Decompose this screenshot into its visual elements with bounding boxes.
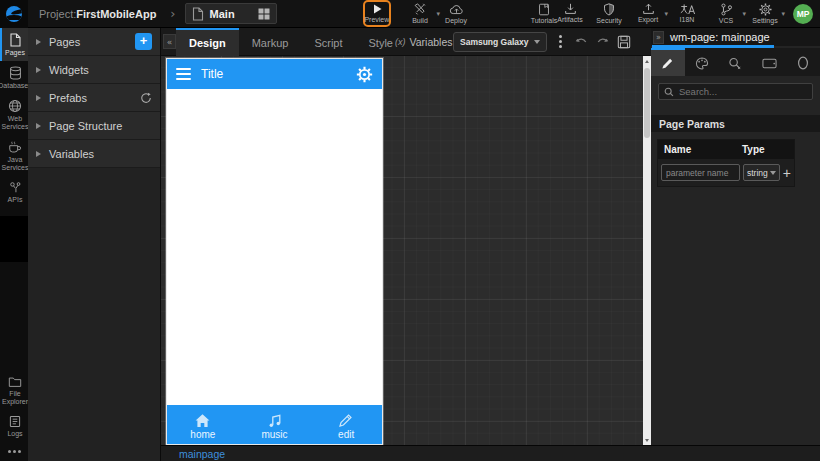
tab-search-expressions[interactable]: [719, 48, 753, 76]
rail-item-java-services[interactable]: Java Services: [0, 135, 28, 176]
redo-button[interactable]: [595, 35, 610, 49]
user-avatar[interactable]: MP: [793, 4, 813, 24]
refresh-icon[interactable]: [140, 92, 152, 104]
tab-script[interactable]: Script: [301, 28, 355, 56]
column-name-label: Name: [658, 144, 742, 155]
phone-page-title[interactable]: Title: [201, 67, 346, 81]
section-widgets-label: Widgets: [49, 64, 152, 76]
preview-button[interactable]: Preview: [363, 0, 391, 27]
export-caret-icon: ▾: [664, 10, 668, 18]
open-page-tab-mainpage[interactable]: mainpage: [161, 448, 243, 460]
rail-more-button[interactable]: [0, 442, 28, 459]
artifacts-button[interactable]: Artifacts: [557, 1, 583, 27]
wavemaker-logo[interactable]: [0, 0, 28, 28]
more-dots-icon: [8, 450, 11, 453]
rail-file-explorer-label: File Explorer: [2, 390, 28, 406]
artifacts-label: Artifacts: [557, 16, 582, 24]
security-button[interactable]: Security: [596, 1, 622, 27]
vcs-button[interactable]: VCS ▾: [713, 1, 739, 27]
phone-settings-gear-icon[interactable]: [356, 66, 373, 83]
topbar-right-actions: Artifacts Security Export ▾: [557, 1, 820, 27]
build-button[interactable]: Build ▾: [407, 1, 433, 27]
phone-tab-edit[interactable]: edit: [310, 410, 382, 440]
undo-button[interactable]: [574, 35, 589, 49]
page-params-table-header: Name Type: [658, 140, 794, 159]
export-label: Export: [638, 16, 658, 24]
tab-design[interactable]: Design: [176, 28, 239, 56]
phone-tabbar[interactable]: home music edit: [167, 405, 382, 444]
add-parameter-button[interactable]: +: [783, 166, 791, 180]
section-widgets[interactable]: Widgets: [28, 56, 160, 84]
rail-item-pages[interactable]: Pages: [0, 28, 28, 61]
device-selector[interactable]: Samsung Galaxy Note III: [453, 32, 547, 52]
add-page-button[interactable]: +: [135, 33, 152, 50]
tab-device[interactable]: [752, 48, 786, 76]
tab-properties[interactable]: [651, 48, 685, 76]
rail-web-services-label: Web Services: [2, 115, 29, 131]
i18n-button[interactable]: I18N: [674, 1, 700, 27]
vcs-label: VCS: [719, 17, 733, 25]
hamburger-menu-icon[interactable]: [176, 68, 191, 81]
export-button[interactable]: Export ▾: [635, 1, 661, 27]
phone-page-content[interactable]: [167, 89, 382, 405]
rail-item-file-explorer[interactable]: File Explorer: [0, 371, 28, 410]
rail-apis-label: APIs: [8, 196, 23, 204]
project-prefix-label: Project:: [39, 8, 76, 20]
parameter-name-input[interactable]: [661, 164, 740, 181]
caret-right-icon: [36, 95, 41, 101]
search-input[interactable]: [679, 86, 807, 97]
tutorials-button[interactable]: Tutorials: [531, 1, 557, 27]
expand-panel-button[interactable]: »: [653, 31, 664, 44]
left-rail: Pages Databases Web Services: [0, 28, 28, 461]
section-pages[interactable]: Pages +: [28, 28, 160, 56]
rail-item-web-services[interactable]: Web Services: [0, 94, 28, 135]
section-page-structure[interactable]: Page Structure: [28, 112, 160, 140]
canvas-more-button[interactable]: [555, 31, 566, 52]
save-button[interactable]: [617, 35, 631, 49]
phone-tab-music[interactable]: music: [239, 410, 311, 440]
open-pages-bar: mainpage: [161, 445, 820, 461]
parameter-type-select[interactable]: string: [743, 164, 780, 181]
rail-java-services-label: Java Services: [2, 156, 29, 172]
phone-tab-home-label: home: [190, 429, 215, 440]
tab-outline[interactable]: [786, 48, 820, 76]
deploy-button[interactable]: Deploy: [443, 1, 469, 27]
caret-right-icon: [36, 39, 41, 45]
section-variables[interactable]: Variables: [28, 140, 160, 168]
rail-item-apis[interactable]: APIs: [0, 176, 28, 208]
tab-markup[interactable]: Markup: [239, 28, 302, 56]
kebab-dot: [559, 40, 562, 43]
export-upload-icon: [642, 3, 655, 15]
phone-mockup[interactable]: Title home: [166, 58, 383, 445]
phone-header-bar[interactable]: Title: [167, 59, 382, 89]
page-params-header: Page Params: [651, 115, 820, 132]
magnifier-x-icon: [728, 57, 742, 70]
wavemaker-logo-icon: [6, 6, 22, 22]
music-icon: [267, 413, 283, 428]
rail-logs-label: Logs: [7, 430, 22, 438]
play-icon: [371, 3, 383, 15]
settings-button[interactable]: Settings ▾: [752, 1, 778, 27]
tab-styles[interactable]: [685, 48, 719, 76]
kebab-dot: [559, 45, 562, 48]
rail-item-databases[interactable]: Databases: [0, 61, 28, 94]
properties-search[interactable]: [658, 83, 813, 100]
scroll-down-arrow[interactable]: [643, 435, 651, 445]
caret-right-icon: [36, 151, 41, 157]
tutorials-book-icon: [538, 3, 550, 16]
parameter-type-value: string: [747, 168, 768, 178]
web-services-globe-icon: [8, 99, 22, 113]
grid-icon[interactable]: [258, 8, 270, 20]
preview-label: Preview: [364, 16, 389, 24]
scrollbar-thumb[interactable]: [644, 68, 650, 138]
phone-tab-home[interactable]: home: [167, 410, 239, 440]
palette-icon: [695, 57, 709, 70]
section-prefabs[interactable]: Prefabs: [28, 84, 160, 112]
rail-item-logs[interactable]: Logs: [0, 410, 28, 442]
scroll-up-arrow[interactable]: [643, 56, 651, 66]
ring-icon: [797, 56, 809, 70]
collapse-left-panel-button[interactable]: «: [163, 34, 176, 49]
canvas-vertical-scrollbar[interactable]: [643, 56, 651, 445]
page-selector[interactable]: Main: [185, 3, 277, 24]
more-dots-icon: [18, 450, 21, 453]
